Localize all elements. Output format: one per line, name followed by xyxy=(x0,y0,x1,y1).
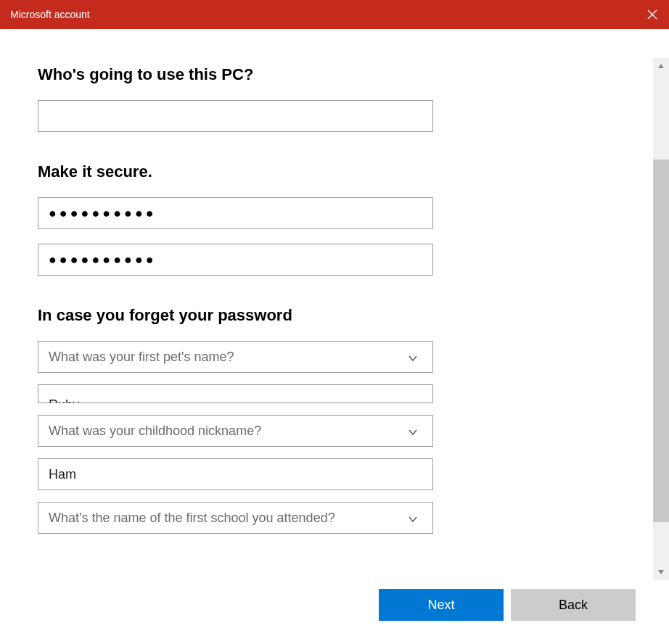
username-input[interactable] xyxy=(38,100,433,132)
svg-marker-3 xyxy=(658,570,664,574)
security-answer-1-input[interactable]: Ruby xyxy=(38,384,433,403)
scrollbar-down-button[interactable] xyxy=(653,564,669,580)
scrollbar-up-button[interactable] xyxy=(653,58,669,74)
form-column: Who's going to use this PC? Make it secu… xyxy=(38,65,437,534)
chevron-down-icon xyxy=(408,352,418,362)
window-title: Microsoft account xyxy=(10,9,90,20)
security-question-1-label: What was your first pet's name? xyxy=(49,350,234,365)
heading-recovery: In case you forget your password xyxy=(38,306,437,325)
security-question-3-dropdown[interactable]: What's the name of the first school you … xyxy=(38,502,433,534)
close-icon xyxy=(647,9,657,20)
next-button[interactable]: Next xyxy=(379,589,504,621)
security-question-1-dropdown[interactable]: What was your first pet's name? xyxy=(38,341,433,373)
svg-marker-2 xyxy=(658,64,664,68)
button-row: Next Back xyxy=(379,589,636,621)
heading-who: Who's going to use this PC? xyxy=(38,65,437,84)
security-question-3-label: What's the name of the first school you … xyxy=(49,511,335,526)
chevron-down-icon xyxy=(657,569,665,576)
security-question-2-dropdown[interactable]: What was your childhood nickname? xyxy=(38,415,433,447)
titlebar: Microsoft account xyxy=(0,0,669,29)
security-question-2-label: What was your childhood nickname? xyxy=(49,424,261,439)
confirm-password-mask: ●●●●●●●●●● xyxy=(49,252,157,268)
password-input[interactable]: ●●●●●●●●●● xyxy=(38,197,433,229)
back-button[interactable]: Back xyxy=(511,589,636,621)
chevron-down-icon xyxy=(408,426,418,436)
security-answer-2-input[interactable]: Ham xyxy=(38,458,433,490)
chevron-up-icon xyxy=(657,62,665,70)
confirm-password-input[interactable]: ●●●●●●●●●● xyxy=(38,244,433,276)
security-answer-2-value: Ham xyxy=(49,467,76,482)
close-button[interactable] xyxy=(636,0,669,29)
chevron-down-icon xyxy=(408,513,418,523)
password-mask: ●●●●●●●●●● xyxy=(49,206,157,221)
scroll-content: Who's going to use this PC? Make it secu… xyxy=(0,29,652,579)
dialog-body: Who's going to use this PC? Make it secu… xyxy=(0,29,669,644)
heading-secure: Make it secure. xyxy=(38,162,437,181)
scrollbar-thumb[interactable] xyxy=(653,160,669,522)
security-answer-1-value: Ruby xyxy=(49,397,79,403)
vertical-scrollbar[interactable] xyxy=(653,58,669,580)
